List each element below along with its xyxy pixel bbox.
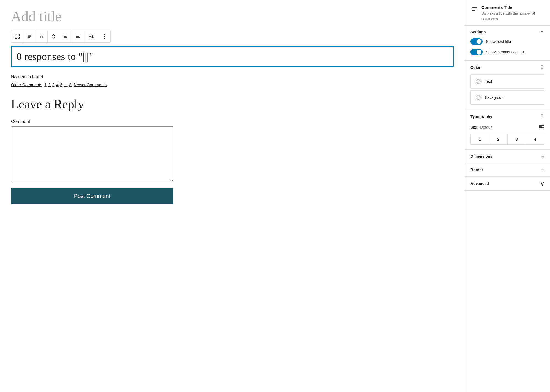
size-label: Size Default xyxy=(470,125,492,129)
svg-point-7 xyxy=(40,35,41,36)
svg-rect-3 xyxy=(18,37,19,39)
comments-title-block[interactable]: 0 responses to "|||" xyxy=(11,46,454,67)
background-color-option[interactable]: Background xyxy=(470,90,544,105)
heading-h2-button[interactable]: H2 xyxy=(84,30,98,42)
border-section: Border + xyxy=(465,163,550,177)
post-comment-button[interactable]: Post Comment xyxy=(11,188,173,204)
size-option-2[interactable]: 2 xyxy=(489,134,508,144)
settings-section-header[interactable]: Settings xyxy=(465,26,550,38)
move-button[interactable] xyxy=(48,30,60,42)
border-section-title: Border xyxy=(470,168,483,172)
svg-point-23 xyxy=(542,67,543,67)
drag-icon xyxy=(39,34,44,39)
older-comments-link[interactable]: Older Comments xyxy=(11,82,42,87)
text-color-circle xyxy=(475,78,482,85)
settings-collapse-icon[interactable] xyxy=(540,29,544,34)
align-left-button[interactable] xyxy=(60,30,72,42)
svg-line-26 xyxy=(477,80,480,83)
comments-title-toolbar-button[interactable] xyxy=(23,30,35,42)
size-option-4[interactable]: 4 xyxy=(526,134,544,144)
transform-button[interactable] xyxy=(11,30,23,42)
no-color-icon xyxy=(475,79,481,84)
add-title-placeholder: Add title xyxy=(11,8,454,24)
svg-rect-2 xyxy=(15,37,17,39)
block-toolbar: H2 ⋮ xyxy=(11,30,111,43)
dimensions-section-title: Dimensions xyxy=(470,154,492,159)
settings-section-title: Settings xyxy=(470,30,486,34)
svg-line-28 xyxy=(477,96,480,99)
settings-section: Settings Show post title xyxy=(465,26,550,61)
svg-point-24 xyxy=(542,68,543,69)
color-section-header[interactable]: Color xyxy=(465,61,550,74)
page-4[interactable]: 4 xyxy=(56,82,59,87)
pagination: Older Comments 1 2 3 4 5 ... 8 Newer Com… xyxy=(11,82,454,87)
typography-section-header[interactable]: Typography xyxy=(465,110,550,124)
color-section-title: Color xyxy=(470,65,481,70)
page-3[interactable]: 3 xyxy=(52,82,55,87)
text-color-option[interactable]: Text xyxy=(470,74,544,89)
comments-title-text: 0 responses to "|||" xyxy=(17,51,93,62)
svg-point-12 xyxy=(42,37,43,38)
page-1[interactable]: 1 xyxy=(44,82,47,87)
show-comments-count-row: Show comments count xyxy=(470,49,544,55)
svg-rect-0 xyxy=(15,34,17,36)
no-results-text: No results found. xyxy=(11,75,454,80)
border-section-header[interactable]: Border + xyxy=(465,163,550,176)
settings-section-body: Show post title Show comments count xyxy=(465,38,550,60)
border-expand-icon: + xyxy=(541,167,544,173)
main-content: Add title xyxy=(0,0,465,392)
color-section: Color Text xyxy=(465,61,550,110)
page-2[interactable]: 2 xyxy=(48,82,51,87)
size-option-3[interactable]: 3 xyxy=(508,134,526,144)
svg-point-35 xyxy=(543,125,544,126)
show-comments-count-label: Show comments count xyxy=(486,50,525,54)
newer-comments-link[interactable]: Newer Comments xyxy=(74,82,107,87)
svg-point-9 xyxy=(40,36,41,37)
size-controls-button[interactable] xyxy=(538,124,544,131)
page-numbers: 1 2 3 4 5 ... 8 xyxy=(44,82,72,87)
move-icon xyxy=(51,34,56,39)
svg-point-30 xyxy=(542,116,543,117)
show-post-title-toggle[interactable] xyxy=(470,38,483,45)
sidebar-block-title: Comments Title xyxy=(481,5,544,10)
show-post-title-label: Show post title xyxy=(486,39,511,44)
color-section-body: Text Background xyxy=(465,74,550,110)
sidebar-block-header: Comments Title Displays a title with the… xyxy=(465,0,550,26)
comment-label: Comment xyxy=(11,119,454,124)
svg-point-11 xyxy=(40,37,41,38)
svg-point-8 xyxy=(42,35,43,36)
comments-title-toolbar-icon xyxy=(27,34,32,39)
no-bg-color-icon xyxy=(475,95,481,100)
more-options-button[interactable]: ⋮ xyxy=(98,30,110,42)
align-center-button[interactable] xyxy=(72,30,84,42)
sidebar: Comments Title Displays a title with the… xyxy=(465,0,550,392)
background-color-label: Background xyxy=(485,95,506,100)
dimensions-expand-icon: + xyxy=(541,154,544,159)
page-8[interactable]: 8 xyxy=(69,82,72,87)
size-option-1[interactable]: 1 xyxy=(471,134,489,144)
typography-more-options[interactable] xyxy=(540,114,544,120)
advanced-section: Advanced ∨ xyxy=(465,177,550,191)
sidebar-block-info: Comments Title Displays a title with the… xyxy=(481,5,544,21)
advanced-section-header[interactable]: Advanced ∨ xyxy=(465,177,550,190)
toolbar-group-align: H2 xyxy=(60,30,98,42)
typography-section: Typography Size Default xyxy=(465,110,550,150)
size-row: Size Default xyxy=(470,124,544,131)
dimensions-section-header[interactable]: Dimensions + xyxy=(465,150,550,163)
comment-textarea[interactable] xyxy=(11,126,173,181)
page-5[interactable]: 5 xyxy=(60,82,63,87)
svg-rect-1 xyxy=(18,34,19,36)
advanced-collapse-icon: ∨ xyxy=(540,181,544,187)
typography-section-body: Size Default 1 2 3 4 xyxy=(465,124,550,149)
transform-icon xyxy=(15,34,20,39)
svg-point-22 xyxy=(542,65,543,66)
background-color-circle xyxy=(475,94,482,101)
sidebar-block-desc: Displays a title with the number of comm… xyxy=(481,11,544,21)
dimensions-section: Dimensions + xyxy=(465,150,550,163)
svg-point-29 xyxy=(542,114,543,115)
drag-button[interactable] xyxy=(35,30,48,42)
h2-label: H2 xyxy=(89,34,94,39)
typography-section-title: Typography xyxy=(470,115,492,119)
color-more-options[interactable] xyxy=(540,64,544,70)
show-comments-count-toggle[interactable] xyxy=(470,49,483,55)
